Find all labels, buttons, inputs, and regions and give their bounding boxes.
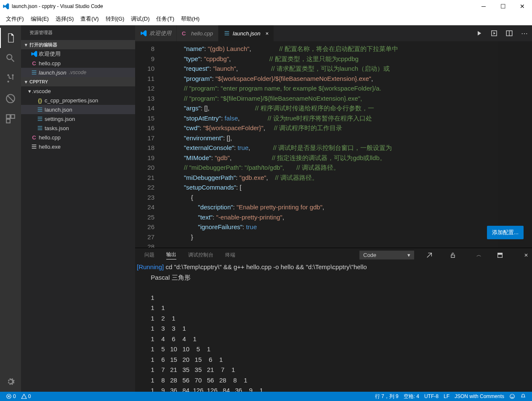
menu-item[interactable]: 编辑(E) xyxy=(27,13,52,24)
status-bell-icon[interactable] xyxy=(518,393,529,399)
run-icon[interactable] xyxy=(471,25,487,41)
file-item[interactable]: Chello.cpp xyxy=(21,133,135,142)
window-minimize[interactable]: ─ xyxy=(474,0,493,13)
activity-scm[interactable] xyxy=(0,68,21,88)
svg-rect-2 xyxy=(6,115,10,118)
svg-point-12 xyxy=(510,394,515,399)
output-body[interactable]: [Running] cd "d:\Temp\cpptry\" && g++ he… xyxy=(135,262,532,392)
status-warnings[interactable]: 0 xyxy=(19,393,34,399)
clear-output-icon[interactable] xyxy=(426,252,438,259)
vscode-icon xyxy=(3,3,9,10)
lock-scroll-icon[interactable] xyxy=(450,252,461,259)
status-errors[interactable]: 0 xyxy=(3,393,19,399)
output-channel-select[interactable]: Code▾ xyxy=(359,251,414,259)
window-titlebar: launch.json - cpptry - Visual Studio Cod… xyxy=(0,0,532,13)
add-configuration-button[interactable]: 添加配置... xyxy=(487,226,524,239)
file-icon xyxy=(29,69,39,76)
svg-line-1 xyxy=(7,95,13,102)
window-close[interactable]: ✕ xyxy=(513,0,532,13)
panel-tab[interactable]: 终端 xyxy=(225,251,235,259)
status-encoding[interactable]: UTF-8 xyxy=(422,393,441,399)
file-icon xyxy=(35,115,45,122)
close-icon[interactable]: × xyxy=(266,30,269,37)
file-item[interactable]: tasks.json xyxy=(21,123,135,133)
line-gutter: 8910111213141516171819202122232425262728 xyxy=(135,41,163,248)
file-item[interactable]: hello.exe xyxy=(21,142,135,151)
file-item[interactable]: {}c_cpp_properties.json xyxy=(21,96,135,105)
activity-debug[interactable] xyxy=(0,88,21,109)
status-eol[interactable]: LF xyxy=(441,393,452,399)
svg-rect-4 xyxy=(6,119,10,123)
file-icon: C xyxy=(182,30,189,37)
panel-close-icon[interactable]: ✕ xyxy=(520,252,532,258)
activity-explorer[interactable] xyxy=(0,28,21,48)
panel-tab[interactable]: 问题 xyxy=(144,251,154,259)
workspace-header[interactable]: ▾CPPTRY xyxy=(21,77,135,86)
editor-tab[interactable]: Chello.cpp xyxy=(177,25,218,41)
status-spaces[interactable]: 空格: 4 xyxy=(401,393,422,400)
open-editor-item[interactable]: launch.json.vscode xyxy=(21,68,135,77)
split-editor-icon[interactable] xyxy=(502,25,517,41)
menu-item[interactable]: 转到(G) xyxy=(102,13,128,24)
file-icon xyxy=(35,106,45,113)
file-icon xyxy=(29,143,39,150)
editor-tab[interactable]: 欢迎使用 xyxy=(135,25,177,41)
svg-rect-3 xyxy=(11,115,15,118)
svg-rect-8 xyxy=(451,255,455,257)
debug-run-icon[interactable] xyxy=(487,25,502,41)
menu-item[interactable]: 文件(F) xyxy=(3,13,27,24)
file-item[interactable]: settings.json xyxy=(21,114,135,123)
panel-tab[interactable]: 输出 xyxy=(166,251,176,259)
minimap[interactable] xyxy=(498,41,532,248)
panel-tabs: 问题输出调试控制台终端 Code▾ ︿ ✕ xyxy=(135,248,532,262)
svg-point-13 xyxy=(511,396,512,396)
file-icon: C xyxy=(29,60,39,67)
menu-item[interactable]: 查看(V) xyxy=(77,13,102,24)
file-icon: C xyxy=(29,134,39,141)
editor-area: 欢迎使用Chello.cpplaunch.json× ⋯ 89101112131… xyxy=(135,25,532,392)
activity-bar xyxy=(0,25,21,392)
open-editors-header[interactable]: ▾打开的编辑器 xyxy=(21,40,135,49)
file-icon xyxy=(223,30,230,37)
menu-item[interactable]: 选择(S) xyxy=(52,13,77,24)
window-title: launch.json - cpptry - Visual Studio Cod… xyxy=(12,3,103,9)
file-icon xyxy=(29,51,39,57)
explorer-sidebar: 资源管理器 ▾打开的编辑器 欢迎使用Chello.cpplaunch.json.… xyxy=(21,25,135,392)
sidebar-title: 资源管理器 xyxy=(21,25,135,40)
status-feedback-icon[interactable] xyxy=(507,393,518,399)
file-icon xyxy=(35,125,45,131)
code-editor[interactable]: 8910111213141516171819202122232425262728… xyxy=(135,41,532,248)
editor-tab[interactable]: launch.json× xyxy=(218,25,274,41)
menu-item[interactable]: 任务(T) xyxy=(153,13,178,24)
menu-item[interactable]: 调试(D) xyxy=(128,13,153,24)
open-editor-item[interactable]: Chello.cpp xyxy=(21,59,135,68)
editor-tabs: 欢迎使用Chello.cpplaunch.json× ⋯ xyxy=(135,25,532,41)
bottom-panel: 问题输出调试控制台终端 Code▾ ︿ ✕ [Running] cd "d:\T… xyxy=(135,248,532,392)
file-icon xyxy=(140,30,147,37)
file-icon: {} xyxy=(35,97,45,104)
more-icon[interactable]: ⋯ xyxy=(517,25,532,41)
activity-search[interactable] xyxy=(0,48,21,68)
menu-bar: 文件(F)编辑(E)选择(S)查看(V)转到(G)调试(D)任务(T)帮助(H) xyxy=(0,13,532,25)
svg-point-14 xyxy=(513,396,513,396)
svg-rect-10 xyxy=(498,253,503,254)
status-bar: 0 0 行 7，列 9 空格: 4 UTF-8 LF JSON with Com… xyxy=(0,392,532,401)
panel-maximize-icon[interactable] xyxy=(497,252,508,259)
panel-tab[interactable]: 调试控制台 xyxy=(188,251,213,259)
status-cursor[interactable]: 行 7，列 9 xyxy=(372,393,401,400)
activity-extensions[interactable] xyxy=(0,109,21,129)
status-language[interactable]: JSON with Comments xyxy=(452,393,507,399)
panel-chevron-up-icon[interactable]: ︿ xyxy=(473,251,485,259)
activity-settings[interactable] xyxy=(0,372,21,392)
open-editor-item[interactable]: 欢迎使用 xyxy=(21,49,135,59)
folder-item[interactable]: ▾ .vscode xyxy=(21,86,135,96)
window-maximize[interactable]: ☐ xyxy=(493,0,513,13)
menu-item[interactable]: 帮助(H) xyxy=(178,13,203,24)
code-content[interactable]: "name": "(gdb) Launch", // 配置名称，将会在启动配置的… xyxy=(163,41,498,248)
file-item[interactable]: launch.json xyxy=(21,105,135,114)
